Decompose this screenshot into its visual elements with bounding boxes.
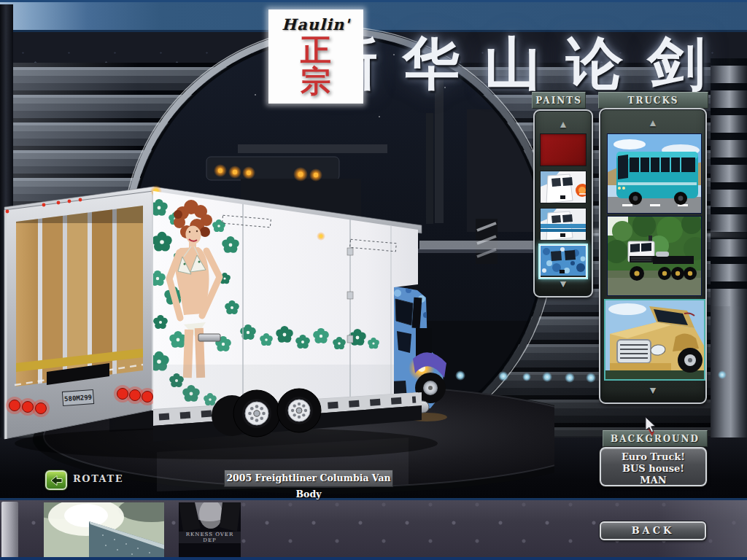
truck-thumbnail-gold-freightliner[interactable] [604, 299, 705, 381]
back-button[interactable]: BACK [600, 521, 706, 540]
trucks-panel: ▲ [599, 108, 707, 404]
logo-stamp-bottom: 宗 [268, 66, 363, 96]
paint-swatch-blue-camo[interactable] [540, 245, 587, 278]
trailer-side [149, 191, 419, 416]
paint-swatch-blue-stripe[interactable] [540, 208, 587, 241]
trailer-wheel [233, 390, 280, 437]
trucks-panel-header: TRUCKS [598, 92, 708, 109]
game-screen: 新华山论剑 Haulin' 正 宗 [0, 0, 747, 560]
license-plate: 580M299 [62, 390, 93, 406]
trucks-scroll-down-icon[interactable]: ▼ [600, 386, 705, 395]
mouse-cursor [645, 417, 658, 442]
truck-thumbnail-classic-tractor[interactable] [607, 216, 702, 296]
strip-thumbnail-album-art[interactable]: RKNESS OVER DEP [179, 502, 241, 559]
rotate-button[interactable] [45, 470, 67, 490]
trucks-scroll-up-icon[interactable]: ▲ [600, 118, 705, 128]
strip-thumbnail-skyscraper[interactable] [44, 502, 164, 559]
background-select-button[interactable]: Euro Truck! BUS house! MAN [600, 447, 707, 486]
logo-stamp-top: 正 [268, 35, 363, 65]
paints-panel-header: PAINTS [532, 92, 586, 109]
paint-swatch-red[interactable] [540, 133, 587, 166]
left-arrow-icon [49, 475, 63, 486]
strip-left-block [1, 502, 18, 559]
album-art-caption: RKNESS OVER DEP [179, 532, 241, 543]
truck-thumbnail-bus[interactable] [607, 133, 702, 214]
rotate-label: ROTATE [73, 473, 123, 484]
door-latch [198, 334, 220, 341]
bottom-edge [0, 557, 747, 560]
trailer-wheel [277, 389, 321, 432]
paints-scroll-up-icon[interactable]: ▲ [535, 120, 592, 129]
paint-swatch-white-logo[interactable] [540, 171, 587, 203]
bg-truck-roofbar [238, 144, 387, 153]
trailer-rear-opening: 580M299 [4, 185, 162, 439]
showroom-scene: 580M299 [0, 175, 554, 496]
vehicle-model-label: 2005 Freightliner Columbia Van Body [225, 470, 392, 486]
windshield [395, 299, 413, 325]
door-window [397, 331, 411, 353]
haulin-logo: Haulin' [268, 15, 363, 34]
paints-scroll-down-icon[interactable]: ▼ [535, 279, 592, 289]
logo-box: Haulin' 正 宗 [268, 9, 363, 104]
background-option-line: Euro Truck! [601, 451, 705, 463]
background-option-line: MAN [601, 475, 705, 486]
paints-panel: ▲ [533, 109, 593, 298]
background-option-line: BUS house! [601, 463, 705, 475]
